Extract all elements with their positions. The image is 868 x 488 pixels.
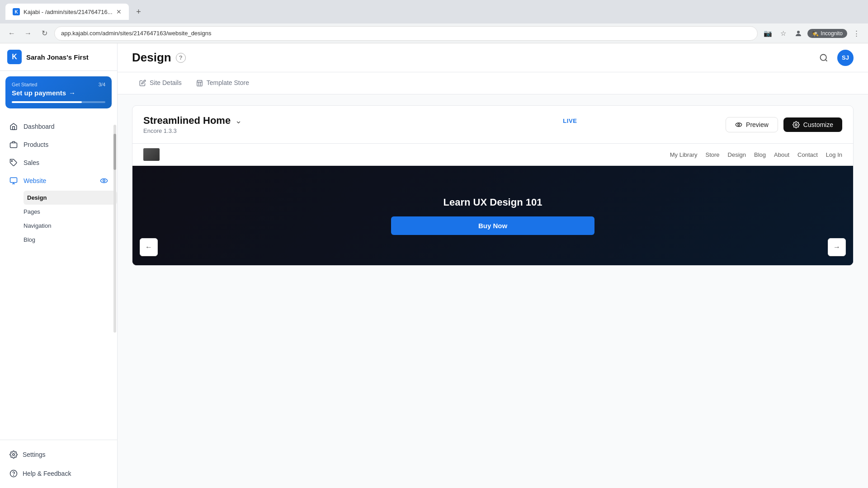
back-button[interactable]: ← xyxy=(5,27,18,40)
blog-label: Blog xyxy=(24,236,35,243)
prev-arrow-button[interactable]: ← xyxy=(140,238,158,256)
get-started-banner[interactable]: Get Started 3/4 Set up payments → xyxy=(5,76,112,108)
sidebar-item-dashboard[interactable]: Dashboard xyxy=(0,117,117,136)
nav-link-about[interactable]: About xyxy=(774,151,789,158)
browser-action-buttons: 📷 ☆ 🕵️ Incognito ⋮ xyxy=(761,27,863,40)
subnav-item-navigation[interactable]: Navigation xyxy=(24,219,117,233)
sidebar-bottom: Settings Help & Feedback xyxy=(0,440,117,488)
profile-icon[interactable] xyxy=(792,27,805,40)
svg-point-6 xyxy=(103,180,105,182)
template-store-label: Template Store xyxy=(207,79,249,86)
sidebar-item-products[interactable]: Products xyxy=(0,136,117,154)
main-header: Design ? SJ xyxy=(118,43,868,72)
sales-label: Sales xyxy=(24,159,39,166)
browser-controls: ← → ↻ app.kajabi.com/admin/sites/2147647… xyxy=(0,23,868,43)
hero-title: Learn UX Design 101 xyxy=(443,197,542,208)
content-area: Streamlined Home ⌄ LIVE Encore 1.3.3 Pre… xyxy=(118,94,868,488)
progress-fill xyxy=(12,101,82,103)
svg-point-3 xyxy=(11,160,12,161)
design-label: Design xyxy=(27,194,47,201)
svg-point-14 xyxy=(736,123,741,127)
get-started-action: Set up payments → xyxy=(12,89,105,97)
svg-point-15 xyxy=(738,124,740,126)
main-tabs: Site Details Template Store xyxy=(118,72,868,94)
hero-content: Learn UX Design 101 Buy Now xyxy=(380,197,606,235)
page-title: Design xyxy=(132,51,171,65)
scroll-thumb xyxy=(113,134,116,170)
help-label: Help & Feedback xyxy=(23,470,71,477)
customize-icon xyxy=(793,121,800,128)
subnav-item-blog[interactable]: Blog xyxy=(24,233,117,247)
svg-point-10 xyxy=(821,54,826,60)
preview-button[interactable]: Preview xyxy=(726,117,778,132)
reload-button[interactable]: ↻ xyxy=(38,27,51,40)
svg-line-11 xyxy=(826,59,827,61)
main-content: Design ? SJ Site Details xyxy=(118,43,868,488)
menu-icon[interactable]: ⋮ xyxy=(850,27,863,40)
nav-link-my-library[interactable]: My Library xyxy=(670,151,698,158)
subnav-item-design[interactable]: Design xyxy=(24,191,117,205)
nav-link-contact[interactable]: Contact xyxy=(797,151,818,158)
navigation-label: Navigation xyxy=(24,222,51,229)
app-logo[interactable]: K xyxy=(7,50,22,64)
house-icon xyxy=(9,122,18,131)
subnav-item-pages[interactable]: Pages xyxy=(24,205,117,219)
preview-site-logo xyxy=(143,148,160,161)
preview-pane: My Library Store Design Blog About Conta… xyxy=(132,144,853,265)
preview-hero: Learn UX Design 101 Buy Now xyxy=(132,166,853,265)
browser-tab-bar: K Kajabi - /admin/sites/214764716... ✕ + xyxy=(0,0,868,23)
sidebar-item-help[interactable]: Help & Feedback xyxy=(5,465,112,483)
incognito-indicator: 🕵️ Incognito xyxy=(807,29,847,38)
edit-icon xyxy=(139,79,146,87)
svg-point-5 xyxy=(101,179,108,183)
progress-bar xyxy=(12,101,105,103)
box-icon xyxy=(9,140,18,149)
bookmark-icon[interactable]: ☆ xyxy=(777,27,789,40)
eye-icon[interactable] xyxy=(100,177,108,185)
design-card-header: Streamlined Home ⌄ LIVE Encore 1.3.3 Pre… xyxy=(132,106,853,144)
settings-label: Settings xyxy=(23,451,46,458)
tab-site-details[interactable]: Site Details xyxy=(132,72,189,94)
new-tab-button[interactable]: + xyxy=(132,5,145,18)
nav-link-blog[interactable]: Blog xyxy=(754,151,766,158)
eye-preview-icon xyxy=(735,121,742,128)
help-tooltip-button[interactable]: ? xyxy=(176,53,186,63)
forward-button[interactable]: → xyxy=(22,27,34,40)
design-card-title-wrap: Streamlined Home ⌄ LIVE xyxy=(143,115,577,127)
design-card: Streamlined Home ⌄ LIVE Encore 1.3.3 Pre… xyxy=(132,105,854,266)
tab-template-store[interactable]: Template Store xyxy=(189,72,256,94)
website-label: Website xyxy=(24,177,46,184)
design-card-left: Streamlined Home ⌄ LIVE Encore 1.3.3 xyxy=(143,115,577,134)
preview-nav: My Library Store Design Blog About Conta… xyxy=(132,144,853,166)
gear-icon xyxy=(9,450,18,459)
chevron-down-icon[interactable]: ⌄ xyxy=(235,116,242,126)
nav-link-design[interactable]: Design xyxy=(728,151,746,158)
url-text: app.kajabi.com/admin/sites/2147647163/we… xyxy=(61,30,211,37)
buy-now-button[interactable]: Buy Now xyxy=(391,216,594,235)
svg-rect-4 xyxy=(10,178,17,183)
search-button[interactable] xyxy=(816,50,832,66)
tag-icon xyxy=(9,158,18,167)
sidebar-scrollbar xyxy=(113,125,116,333)
app-container: K Sarah Jonas's First Get Started 3/4 Se… xyxy=(0,43,868,488)
address-bar[interactable]: app.kajabi.com/admin/sites/2147647163/we… xyxy=(54,26,758,41)
design-card-title: Streamlined Home xyxy=(143,115,231,127)
get-started-label: Get Started 3/4 xyxy=(12,82,105,87)
logo-letter: K xyxy=(12,53,17,61)
customize-button[interactable]: Customize xyxy=(783,117,842,132)
avatar[interactable]: SJ xyxy=(837,50,854,66)
active-tab[interactable]: K Kajabi - /admin/sites/214764716... ✕ xyxy=(5,4,129,20)
svg-rect-1 xyxy=(13,127,15,130)
camera-icon[interactable]: 📷 xyxy=(761,27,774,40)
next-arrow-button[interactable]: → xyxy=(828,238,846,256)
tab-close-button[interactable]: ✕ xyxy=(116,8,122,15)
design-card-subtitle: Encore 1.3.3 xyxy=(143,127,577,134)
nav-items: Dashboard Products Sales xyxy=(0,114,117,440)
sidebar-item-website[interactable]: Website xyxy=(0,172,117,190)
header-actions: SJ xyxy=(816,50,854,66)
sidebar-item-sales[interactable]: Sales xyxy=(0,154,117,172)
nav-link-log-in[interactable]: Log In xyxy=(826,151,842,158)
sidebar-item-settings[interactable]: Settings xyxy=(5,446,112,464)
pages-label: Pages xyxy=(24,208,40,215)
nav-link-store[interactable]: Store xyxy=(705,151,719,158)
